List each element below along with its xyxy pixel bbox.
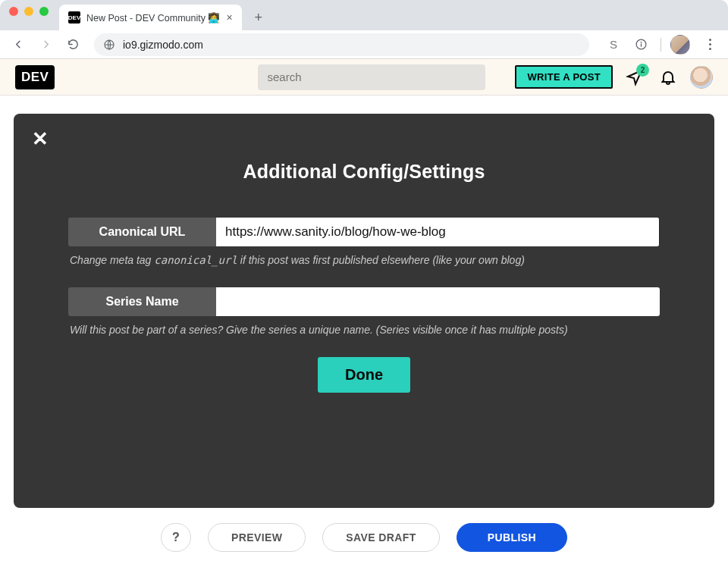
series-name-input[interactable] <box>216 287 660 316</box>
site-header: DEV WRITE A POST 2 <box>0 59 728 96</box>
modal-close-button[interactable]: ✕ <box>32 127 49 151</box>
extension-s-indicator[interactable]: S <box>606 38 621 51</box>
help-button[interactable]: ? <box>161 523 191 552</box>
site-info-button[interactable] <box>630 34 651 55</box>
canonical-url-input[interactable] <box>216 218 660 246</box>
globe-icon <box>103 39 115 51</box>
notifications-button[interactable] <box>657 66 679 89</box>
info-icon <box>635 38 648 51</box>
window-minimize-button[interactable] <box>24 7 33 16</box>
modal-form: Canonical URL Change meta tag canonical_… <box>68 218 660 393</box>
reload-icon <box>67 38 80 51</box>
toolbar-divider <box>661 38 661 52</box>
help-text: if this post was first published elsewhe… <box>237 254 525 266</box>
save-draft-button[interactable]: SAVE DRAFT <box>322 523 439 552</box>
new-tab-button[interactable]: + <box>248 7 269 28</box>
tab-favicon: DEV <box>68 11 80 24</box>
connect-button[interactable]: 2 <box>623 66 646 89</box>
window-controls <box>9 0 59 30</box>
browser-profile-avatar[interactable] <box>670 35 690 55</box>
address-bar[interactable]: io9.gizmodo.com <box>94 33 589 56</box>
settings-modal: ✕ Additional Config/Settings Canonical U… <box>14 114 714 508</box>
nav-reload-button[interactable] <box>62 34 83 55</box>
site-search[interactable] <box>258 64 485 90</box>
page-body: ✕ Additional Config/Settings Canonical U… <box>0 96 728 564</box>
canonical-url-help: Change meta tag canonical_url if this po… <box>70 254 660 266</box>
write-post-button[interactable]: WRITE A POST <box>515 65 613 89</box>
site-logo[interactable]: DEV <box>15 65 55 89</box>
user-avatar[interactable] <box>690 66 713 89</box>
nav-forward-button[interactable] <box>35 34 56 55</box>
series-name-field: Series Name <box>68 287 660 316</box>
tab-close-button[interactable]: × <box>226 11 232 24</box>
window-close-button[interactable] <box>9 7 18 16</box>
browser-menu-button[interactable] <box>699 34 720 55</box>
done-button[interactable]: Done <box>318 357 410 393</box>
nav-back-button[interactable] <box>8 34 29 55</box>
arrow-right-icon <box>39 38 52 51</box>
canonical-url-label: Canonical URL <box>68 218 216 246</box>
series-name-label: Series Name <box>68 287 216 316</box>
help-code: canonical_url <box>154 254 237 266</box>
tab-strip: DEV New Post - DEV Community 👩‍💻 × + <box>0 0 728 30</box>
browser-chrome: DEV New Post - DEV Community 👩‍💻 × + io9… <box>0 0 728 59</box>
connect-count-badge: 2 <box>636 64 649 77</box>
close-icon: ✕ <box>32 127 49 150</box>
canonical-url-field: Canonical URL <box>68 218 660 246</box>
arrow-left-icon <box>12 38 25 51</box>
modal-title: Additional Config/Settings <box>33 161 695 183</box>
toolbar-right: S <box>600 34 720 55</box>
editor-action-bar: ? PREVIEW SAVE DRAFT PUBLISH <box>0 511 728 564</box>
help-text: Change meta tag <box>70 254 154 266</box>
bell-icon <box>659 68 677 86</box>
search-input[interactable] <box>267 70 476 83</box>
kebab-icon <box>709 39 711 50</box>
publish-button[interactable]: PUBLISH <box>457 523 567 552</box>
address-bar-text: io9.gizmodo.com <box>123 39 203 51</box>
browser-tab[interactable]: DEV New Post - DEV Community 👩‍💻 × <box>59 5 242 30</box>
series-name-help: Will this post be part of a series? Give… <box>70 324 660 336</box>
preview-button[interactable]: PREVIEW <box>208 523 306 552</box>
svg-point-2 <box>640 42 642 43</box>
tab-title: New Post - DEV Community 👩‍💻 <box>86 12 220 24</box>
browser-toolbar: io9.gizmodo.com S <box>0 30 728 59</box>
svg-rect-3 <box>640 43 641 46</box>
window-zoom-button[interactable] <box>39 7 49 16</box>
